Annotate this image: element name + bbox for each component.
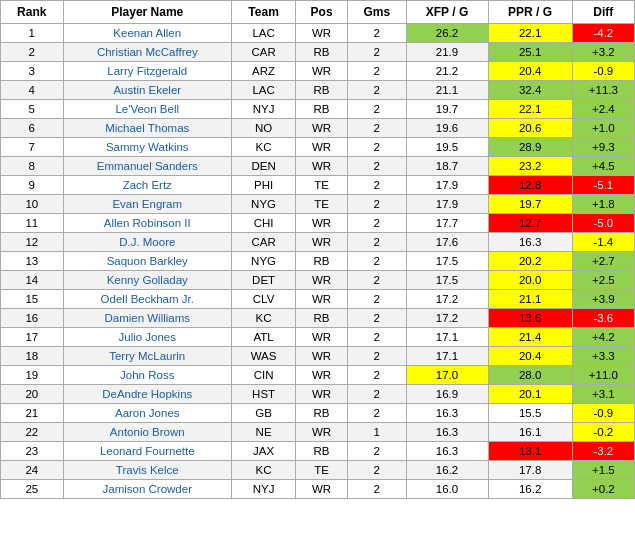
cell-ppr: 28.9 (488, 138, 572, 157)
cell-rank: 2 (1, 43, 64, 62)
cell-player-name: Le'Veon Bell (63, 100, 231, 119)
cell-ppr: 21.1 (488, 290, 572, 309)
cell-xfp: 17.9 (406, 176, 488, 195)
cell-gms: 2 (347, 290, 406, 309)
cell-ppr: 23.2 (488, 157, 572, 176)
cell-player-name: Travis Kelce (63, 461, 231, 480)
cell-rank: 6 (1, 119, 64, 138)
cell-player-name: Emmanuel Sanders (63, 157, 231, 176)
cell-pos: TE (296, 461, 348, 480)
cell-player-name: Sammy Watkins (63, 138, 231, 157)
cell-ppr: 21.4 (488, 328, 572, 347)
table-row: 7Sammy WatkinsKCWR219.528.9+9.3 (1, 138, 635, 157)
cell-xfp: 17.6 (406, 233, 488, 252)
cell-team: NYJ (231, 480, 295, 499)
table-row: 9Zach ErtzPHITE217.912.8-5.1 (1, 176, 635, 195)
cell-player-name: Odell Beckham Jr. (63, 290, 231, 309)
cell-pos: WR (296, 290, 348, 309)
cell-player-name: Evan Engram (63, 195, 231, 214)
cell-pos: RB (296, 404, 348, 423)
cell-diff: +3.1 (572, 385, 634, 404)
table-row: 6Michael ThomasNOWR219.620.6+1.0 (1, 119, 635, 138)
cell-xfp: 16.2 (406, 461, 488, 480)
table-row: 15Odell Beckham Jr.CLVWR217.221.1+3.9 (1, 290, 635, 309)
cell-rank: 16 (1, 309, 64, 328)
header-diff: Diff (572, 1, 634, 24)
cell-player-name: John Ross (63, 366, 231, 385)
cell-diff: +0.2 (572, 480, 634, 499)
table-row: 1Keenan AllenLACWR226.222.1-4.2 (1, 24, 635, 43)
header-rank: Rank (1, 1, 64, 24)
cell-pos: WR (296, 157, 348, 176)
cell-gms: 1 (347, 423, 406, 442)
cell-diff: +1.0 (572, 119, 634, 138)
cell-diff: +1.5 (572, 461, 634, 480)
cell-player-name: Larry Fitzgerald (63, 62, 231, 81)
cell-pos: RB (296, 442, 348, 461)
cell-pos: WR (296, 119, 348, 138)
cell-gms: 2 (347, 62, 406, 81)
cell-gms: 2 (347, 366, 406, 385)
cell-player-name: Saquon Barkley (63, 252, 231, 271)
cell-team: DET (231, 271, 295, 290)
cell-diff: +2.5 (572, 271, 634, 290)
cell-gms: 2 (347, 252, 406, 271)
cell-ppr: 28.0 (488, 366, 572, 385)
cell-ppr: 13.6 (488, 309, 572, 328)
cell-ppr: 22.1 (488, 100, 572, 119)
cell-pos: TE (296, 176, 348, 195)
cell-rank: 8 (1, 157, 64, 176)
cell-diff: +4.2 (572, 328, 634, 347)
cell-xfp: 17.1 (406, 347, 488, 366)
table-row: 2Christian McCaffreyCARRB221.925.1+3.2 (1, 43, 635, 62)
cell-player-name: Austin Ekeler (63, 81, 231, 100)
cell-ppr: 16.2 (488, 480, 572, 499)
cell-rank: 13 (1, 252, 64, 271)
cell-player-name: Christian McCaffrey (63, 43, 231, 62)
cell-pos: WR (296, 385, 348, 404)
cell-gms: 2 (347, 328, 406, 347)
cell-team: CHI (231, 214, 295, 233)
table-row: 19John RossCINWR217.028.0+11.0 (1, 366, 635, 385)
cell-ppr: 13.1 (488, 442, 572, 461)
cell-team: NYJ (231, 100, 295, 119)
cell-rank: 5 (1, 100, 64, 119)
cell-xfp: 16.3 (406, 404, 488, 423)
cell-player-name: Antonio Brown (63, 423, 231, 442)
cell-pos: WR (296, 328, 348, 347)
cell-diff: +2.7 (572, 252, 634, 271)
cell-pos: WR (296, 271, 348, 290)
cell-gms: 2 (347, 81, 406, 100)
table-row: 3Larry FitzgeraldARZWR221.220.4-0.9 (1, 62, 635, 81)
cell-team: ATL (231, 328, 295, 347)
cell-diff: -4.2 (572, 24, 634, 43)
cell-gms: 2 (347, 404, 406, 423)
cell-gms: 2 (347, 24, 406, 43)
cell-xfp: 16.0 (406, 480, 488, 499)
cell-team: CLV (231, 290, 295, 309)
cell-pos: WR (296, 62, 348, 81)
cell-gms: 2 (347, 385, 406, 404)
cell-xfp: 19.5 (406, 138, 488, 157)
cell-ppr: 20.4 (488, 62, 572, 81)
cell-player-name: D.J. Moore (63, 233, 231, 252)
cell-ppr: 19.7 (488, 195, 572, 214)
header-xfp: XFP / G (406, 1, 488, 24)
cell-ppr: 20.2 (488, 252, 572, 271)
cell-rank: 19 (1, 366, 64, 385)
cell-diff: -1.4 (572, 233, 634, 252)
cell-xfp: 17.5 (406, 271, 488, 290)
cell-ppr: 25.1 (488, 43, 572, 62)
cell-ppr: 20.4 (488, 347, 572, 366)
cell-diff: +3.3 (572, 347, 634, 366)
cell-team: NE (231, 423, 295, 442)
cell-gms: 2 (347, 480, 406, 499)
cell-diff: +1.8 (572, 195, 634, 214)
cell-gms: 2 (347, 347, 406, 366)
stats-table: Rank Player Name Team Pos Gms XFP / G PP… (0, 0, 635, 499)
table-row: 12D.J. MooreCARWR217.616.3-1.4 (1, 233, 635, 252)
cell-rank: 21 (1, 404, 64, 423)
cell-rank: 4 (1, 81, 64, 100)
cell-pos: WR (296, 214, 348, 233)
cell-player-name: Julio Jones (63, 328, 231, 347)
